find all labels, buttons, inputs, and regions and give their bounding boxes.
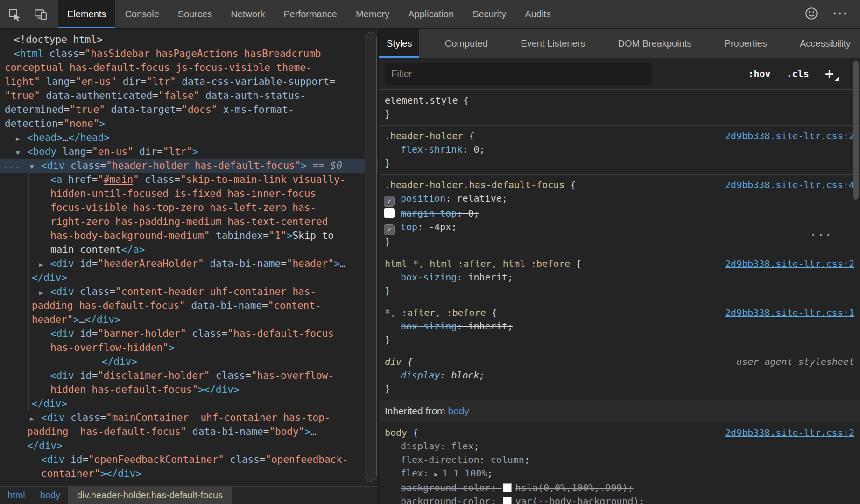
- code-token: box-sizing: [401, 321, 457, 332]
- tab-properties[interactable]: Properties: [717, 29, 775, 58]
- tab-event-listeners[interactable]: Event Listeners: [513, 29, 592, 58]
- code-token: "header-holder has-default-focus": [106, 160, 301, 171]
- more-actions-button[interactable]: ...: [811, 227, 833, 238]
- dom-tree-line[interactable]: ▼<body lang="en-us" dir="ltr">: [0, 145, 378, 159]
- color-swatch[interactable]: [503, 497, 512, 504]
- device-toolbar-icon[interactable]: [34, 7, 48, 21]
- dom-tree-line[interactable]: <a href="#main" class="skip-to-main-link…: [0, 173, 378, 187]
- overflow-gutter[interactable]: ...: [3, 159, 21, 173]
- css-declaration[interactable]: background-color: var(--body-background)…: [379, 495, 860, 504]
- feedback-smiley-icon[interactable]: [804, 6, 819, 23]
- code-token: {: [402, 356, 413, 367]
- inherited-node-link[interactable]: body: [448, 406, 469, 416]
- breadcrumb-item-div[interactable]: div.header-holder.has-default-focus: [68, 487, 232, 504]
- disclosure-arrow[interactable]: ▶: [39, 258, 50, 272]
- tab-computed[interactable]: Computed: [437, 29, 495, 58]
- tab-dom-breakpoints[interactable]: DOM Breakpoints: [610, 29, 699, 58]
- css-declaration[interactable]: flex-direction: column;: [379, 453, 860, 467]
- disclosure-arrow[interactable]: ▶: [39, 286, 50, 300]
- property-checkbox[interactable]: ✓: [384, 224, 395, 235]
- dom-tree-line[interactable]: ▶<div id="headerAreaHolder" data-bi-name…: [0, 257, 378, 271]
- more-options-icon[interactable]: [832, 7, 848, 22]
- stylesheet-link[interactable]: 2d9bb338.site-ltr.css:2: [725, 257, 854, 271]
- disclosure-arrow[interactable]: ▼: [16, 146, 27, 160]
- disclosure-arrow[interactable]: ▶: [16, 132, 27, 146]
- css-declaration[interactable]: box-sizing: inherit;: [379, 271, 860, 284]
- tab-security[interactable]: Security: [463, 0, 515, 28]
- property-checkbox[interactable]: [384, 208, 395, 218]
- tab-console[interactable]: Console: [115, 0, 168, 28]
- dom-tree-line[interactable]: <div id="openFeedbackContainer" class="o…: [0, 453, 378, 467]
- dom-tree-line[interactable]: header">…</div>: [0, 313, 378, 327]
- dom-tree-line[interactable]: determined="true" data-target="docs" x-m…: [0, 103, 378, 117]
- dom-tree-line[interactable]: </div>: [0, 397, 378, 411]
- dom-tree-line[interactable]: <div id="banner-holder" class="has-defau…: [0, 327, 378, 341]
- dom-tree-line[interactable]: <div id="disclaimer-holder" class="has-o…: [0, 369, 378, 383]
- code-token: "true": [70, 104, 105, 115]
- css-declaration[interactable]: margin-top: 0;: [379, 207, 860, 220]
- element-classes-button[interactable]: .cls: [787, 68, 809, 79]
- dom-tree-line[interactable]: ▶<div class="content-header uhf-containe…: [0, 285, 378, 299]
- code-token: margin-top: [401, 208, 457, 219]
- stylesheet-link[interactable]: 2d9bb338.site-ltr.css:2: [725, 129, 854, 143]
- attribute-link[interactable]: #main: [104, 174, 133, 185]
- css-declaration[interactable]: flex: ▶ 1 1 100%;: [379, 467, 860, 481]
- dom-tree-line[interactable]: main content</a>: [0, 243, 378, 257]
- styles-filter-input[interactable]: [385, 63, 652, 85]
- dom-tree-line[interactable]: </div>: [0, 271, 378, 285]
- tab-memory[interactable]: Memory: [346, 0, 399, 28]
- css-declaration[interactable]: display: block;: [379, 369, 860, 382]
- dom-tree-line[interactable]: detection="none">: [0, 117, 378, 131]
- color-swatch[interactable]: [503, 483, 512, 492]
- tab-network[interactable]: Network: [221, 0, 274, 28]
- dom-tree-line[interactable]: <!doctype html>: [0, 33, 378, 47]
- stylesheet-link[interactable]: 2d9bb338.site-ltr.css:1: [725, 306, 854, 320]
- styles-scrollbar-thumb[interactable]: [853, 61, 859, 200]
- dom-tree-line[interactable]: ...▼<div class="header-holder has-defaul…: [0, 159, 378, 173]
- tab-accessibility[interactable]: Accessibility: [792, 29, 858, 58]
- dom-scrollbar-thumb[interactable]: [365, 32, 377, 482]
- dom-tree-line[interactable]: light" lang="en-us" dir="ltr" data-css-v…: [0, 75, 378, 89]
- css-declaration[interactable]: ✓top: -4px;: [379, 220, 860, 235]
- dom-tree-line[interactable]: focus-visible has-top-zero has-left-zero…: [0, 201, 378, 215]
- property-checkbox[interactable]: ✓: [384, 196, 395, 207]
- css-declaration[interactable]: ✓position: relative;: [379, 192, 860, 207]
- tab-performance[interactable]: Performance: [275, 0, 347, 28]
- indent-guide: [28, 173, 29, 411]
- tab-styles[interactable]: Styles: [379, 29, 419, 58]
- dom-tree-line[interactable]: padding has-default-focus" data-bi-name=…: [0, 299, 378, 313]
- dom-tree-line[interactable]: ▶<div class="mainContainer uhf-container…: [0, 411, 378, 425]
- dom-tree-line[interactable]: has-overflow-hidden">: [0, 341, 378, 355]
- new-style-rule-button[interactable]: +: [825, 67, 834, 81]
- tab-sources[interactable]: Sources: [169, 0, 221, 28]
- breadcrumb-item-body[interactable]: body: [33, 487, 68, 504]
- dom-tree-line[interactable]: padding has-default-focus" data-bi-name=…: [0, 425, 378, 439]
- dom-tree-line[interactable]: </div>: [0, 355, 378, 369]
- tab-application[interactable]: Application: [399, 0, 463, 28]
- breadcrumb-item-html[interactable]: html: [0, 487, 33, 504]
- dom-tree-line[interactable]: conceptual has-default-focus js-focus-vi…: [0, 61, 378, 75]
- css-declaration[interactable]: flex-shrink: 0;: [379, 143, 860, 156]
- dom-tree-line[interactable]: <html class="hasSidebar hasPageActions h…: [0, 47, 378, 61]
- css-declaration[interactable]: box-sizing: inherit;: [379, 320, 860, 333]
- dom-tree-line[interactable]: has-body-background-medium" tabindex="1"…: [0, 229, 378, 243]
- inspect-icon[interactable]: [7, 7, 21, 21]
- dom-tree-line[interactable]: hidden has-default-focus"></div>: [0, 383, 378, 397]
- dom-tree-line[interactable]: "true" data-authenticated="false" data-a…: [0, 89, 378, 103]
- dom-tree-line[interactable]: right-zero has-padding-medium has-text-c…: [0, 215, 378, 229]
- dom-tree-line[interactable]: ▶<head>…</head>: [0, 131, 378, 145]
- stylesheet-link[interactable]: 2d9bb338.site-ltr.css:4: [725, 178, 854, 192]
- css-declaration[interactable]: display: flex;: [379, 440, 860, 453]
- toggle-element-state-button[interactable]: :hov: [748, 68, 770, 79]
- stylesheet-link[interactable]: 2d9bb338.site-ltr.css:2: [725, 426, 854, 440]
- disclosure-arrow[interactable]: ▶: [30, 412, 41, 426]
- css-declaration[interactable]: background-color: hsla(0,0%,100%,.999);: [379, 481, 860, 495]
- tab-audits[interactable]: Audits: [515, 0, 560, 28]
- code-token: {: [407, 427, 418, 438]
- rule-selector-line: .header-holder.has-default-focus {2d9bb3…: [379, 178, 860, 192]
- dom-tree-line[interactable]: </div>: [0, 439, 378, 453]
- disclosure-arrow[interactable]: ▼: [30, 160, 41, 174]
- dom-tree-line[interactable]: hidden-until-focused is-fixed has-inner-…: [0, 187, 378, 201]
- tab-elements[interactable]: Elements: [58, 0, 115, 28]
- dom-tree-line[interactable]: container"></div>: [0, 467, 378, 481]
